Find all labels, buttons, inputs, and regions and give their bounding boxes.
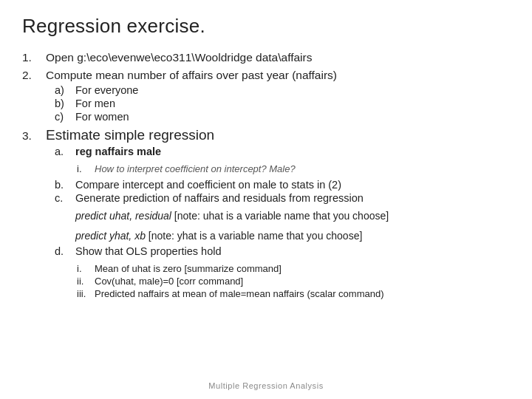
sub-text: reg naffairs male <box>75 146 161 157</box>
sub-sub-label: ii. <box>77 276 90 287</box>
main-list: 1. Open g:\eco\evenwe\eco311\Wooldridge … <box>22 51 510 302</box>
sub-sub-list: i. Mean of uhat is zero [summarize comma… <box>55 263 384 301</box>
note-yhat: [note: yhat is a variable name that you … <box>146 230 362 242</box>
predict-yhat: predict yhat, xb <box>75 230 146 242</box>
item-text: Estimate simple regression <box>46 127 214 143</box>
sub-label: a) <box>55 84 71 96</box>
sub-label: b. <box>55 179 71 191</box>
sub-text: Compare intercept and coefficient on mal… <box>75 179 341 191</box>
sub-list: a. reg naffairs male i. How to interpret… <box>22 146 510 302</box>
sub-sub-label: iii. <box>77 288 90 299</box>
sub-sub-text: How to interpret coefficient on intercep… <box>95 163 296 174</box>
sub-sub-text: Mean of uhat is zero [summarize command] <box>95 263 282 274</box>
predict-uhat: predict uhat, residual <box>75 210 171 222</box>
item-text: Compute mean number of affairs over past… <box>46 69 337 82</box>
list-item: ii. Cov(uhat, male)=0 [corr command] <box>77 276 384 287</box>
item-number: 3. <box>22 129 40 143</box>
list-item: d. Show that OLS properties hold i. Mean… <box>55 245 510 302</box>
list-item: 3. Estimate simple regression a. reg naf… <box>22 127 510 302</box>
sub-label: c. <box>55 192 71 204</box>
note-uhat: [note: uhat is a variable name that you … <box>171 210 389 222</box>
sub-text: Show that OLS properties hold <box>75 245 221 257</box>
sub-label: a. <box>55 146 71 157</box>
list-item: iii. Predicted naffairs at mean of male=… <box>77 288 384 299</box>
sub-label: c) <box>55 111 71 123</box>
sub-sub-label: i. <box>77 263 90 274</box>
page-title: Regression exercise. <box>22 15 510 38</box>
sub-sub-text: Cov(uhat, male)=0 [corr command] <box>95 276 243 287</box>
sub-text: For everyone <box>75 84 138 96</box>
list-item: a. reg naffairs male i. How to interpret… <box>55 146 510 177</box>
list-item: c) For women <box>55 111 510 123</box>
list-item: 1. Open g:\eco\evenwe\eco311\Wooldridge … <box>22 51 510 64</box>
list-item: i. Mean of uhat is zero [summarize comma… <box>77 263 384 274</box>
sub-text: For men <box>75 98 115 109</box>
list-item: b) For men <box>55 98 510 109</box>
sub-sub-list: i. How to interpret coefficient on inter… <box>55 163 296 176</box>
sub-label: d. <box>55 245 71 257</box>
list-item: 2. Compute mean number of affairs over p… <box>22 69 510 123</box>
sub-text: For women <box>75 111 129 123</box>
sub-text: Generate prediction of naffairs and resi… <box>75 192 364 204</box>
list-item: i. How to interpret coefficient on inter… <box>77 163 296 174</box>
item-text: Open g:\eco\evenwe\eco311\Wooldridge dat… <box>46 51 312 64</box>
sub-list: a) For everyone b) For men c) For women <box>22 84 510 123</box>
list-item: c. Generate prediction of naffairs and r… <box>55 192 510 244</box>
list-item: b. Compare intercept and coefficient on … <box>55 179 510 191</box>
footer-text: Multiple Regression Analysis <box>0 381 532 390</box>
item-number: 1. <box>22 51 40 64</box>
sub-sub-text: Predicted naffairs at mean of male=mean … <box>95 288 384 299</box>
sub-label: b) <box>55 98 71 109</box>
sub-sub-label: i. <box>77 163 90 174</box>
list-item: a) For everyone <box>55 84 510 96</box>
item-number: 2. <box>22 69 40 82</box>
